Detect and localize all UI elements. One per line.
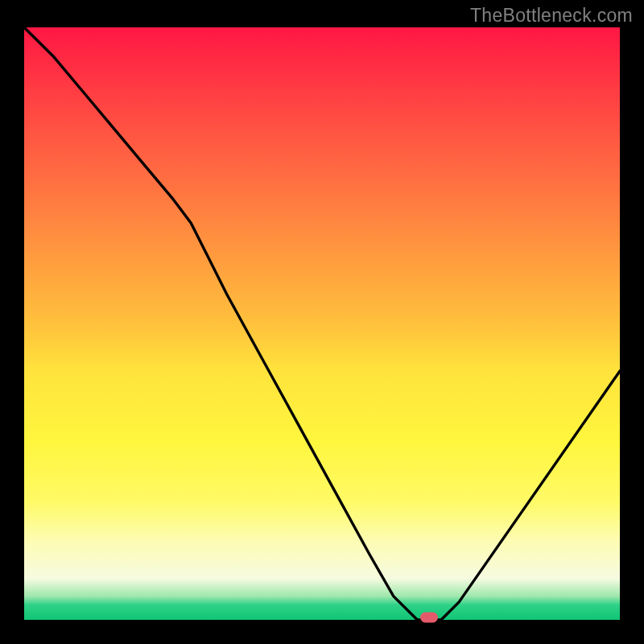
curve-layer [24,27,620,620]
watermark-text: TheBottleneck.com [470,5,633,27]
plot-area [24,27,620,620]
optimal-point-marker [420,613,438,623]
chart-container: TheBottleneck.com [0,0,644,644]
bottleneck-curve [24,27,620,620]
